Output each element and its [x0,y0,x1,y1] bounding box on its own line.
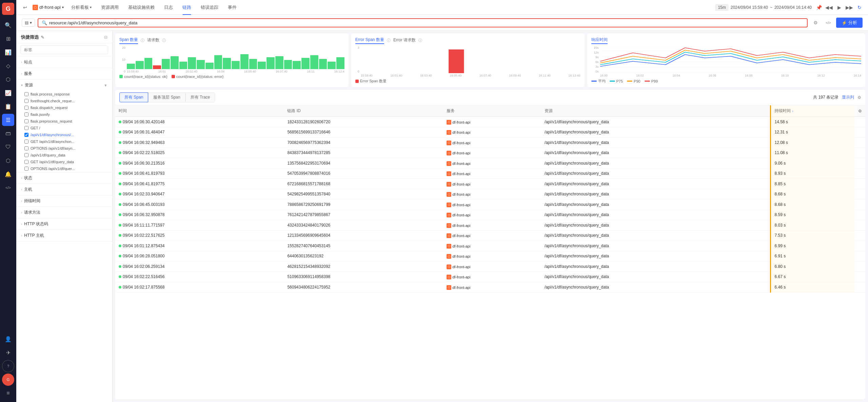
display-col-label[interactable]: 显示列 [842,94,854,100]
back-button[interactable]: ◀◀ [825,3,833,12]
filter-section-services-header[interactable]: › 服务 [16,68,112,79]
span-count-tab[interactable]: Span 数量 [119,37,138,44]
request-count-tab[interactable]: 请求数 [147,37,159,44]
error-span-info-icon[interactable]: ⓘ [387,38,391,43]
sidebar-icon-search[interactable]: 🔍 [2,19,14,31]
filter-item-forethought[interactable]: forethought.check_reque... [16,98,112,104]
request-count-info-icon[interactable]: ⓘ [162,38,166,43]
table-row[interactable]: 09/04 16:06:41.819793 547053994780887401… [115,168,865,179]
response-time-tab[interactable]: 响应时间 [591,37,608,44]
filter-section-http-host-header[interactable]: › HTTP 主机 [16,230,112,241]
sidebar-icon-list[interactable]: ☰ [2,114,14,126]
span-count-info-icon[interactable]: ⓘ [141,38,144,43]
table-row[interactable]: 09/04 16:06:41.819775 672168681557178816… [115,179,865,189]
nav-item-error[interactable]: 错误追踪 [196,0,223,15]
table-row[interactable]: 09/04 16:02:22.518025 843837344497813728… [115,148,865,158]
filter-section-http-status-header[interactable]: › HTTP 状态码 [16,218,112,230]
sidebar-icon-chart[interactable]: 📊 [2,46,14,58]
search-mode-button[interactable]: ▤ ▾ [22,19,35,27]
filter-checkbox-flask-jsonify[interactable] [24,112,28,117]
sidebar-icon-avatar[interactable]: G [2,374,14,386]
sidebar-icon-help[interactable]: ? [2,360,14,372]
filter-search-input[interactable] [20,45,108,54]
filter-checkbox-api-query[interactable] [24,153,28,157]
sidebar-icon-user[interactable]: 👤 [2,333,14,345]
nav-item-resource[interactable]: 资源调用 [96,0,123,15]
code-icon-btn[interactable]: </> [823,18,833,28]
pin-button[interactable]: 📌 [814,3,823,12]
nav-item-trace[interactable]: 链路 [178,0,196,15]
sidebar-icon-report[interactable]: 📋 [2,100,14,112]
time-range-badge[interactable]: 15m [715,4,728,11]
table-row[interactable]: 09/04 16:06:32.949463 700824656977536239… [115,137,865,148]
settings-icon-btn[interactable]: ⚙ [810,18,821,28]
filter-item-get-query[interactable]: GET /api/v1/df/query_data [16,158,112,165]
filter-collapse-icon[interactable]: ⊟ [104,35,107,40]
tab-all-span[interactable]: 所有 Span [119,92,148,102]
sidebar-icon-database[interactable]: 🗃 [2,127,14,140]
forward-button[interactable]: ▶ [835,3,844,12]
filter-edit-icon[interactable]: ✎ [41,35,44,40]
table-row[interactable]: 09/04 16:06:28.051800 6440630135623192 ⬡… [115,251,865,261]
table-row[interactable]: 09/04 16:06:32.950878 761242142787985586… [115,210,865,220]
sidebar-icon-integrations[interactable]: ⬡ [2,154,14,167]
table-row[interactable]: 09/04 16:06:30.420148 182433128190260672… [115,117,865,127]
filter-checkbox-get-query[interactable] [24,160,28,164]
filter-item-get-async[interactable]: GET /api/v1/df/asynchon... [16,138,112,145]
table-row[interactable]: 09/04 16:06:45.003193 788658672925069179… [115,199,865,210]
error-span-tab[interactable]: Error Span 数量 [355,37,384,44]
nav-item-event[interactable]: 事件 [223,0,241,15]
filter-item-get-slash[interactable]: GET / [16,125,112,131]
filter-section-request-method-header[interactable]: › 请求方法 [16,207,112,218]
filter-item-flask-process[interactable]: flask.process_response [16,91,112,98]
table-row[interactable]: 09/04 16:06:30.213516 135756842295317069… [115,158,865,169]
table-row[interactable]: 09/04 16:02:33.940647 542982549955135784… [115,189,865,199]
sidebar-icon-code[interactable]: </> [2,182,14,194]
filter-item-api-query[interactable]: /api/v1/df/query_data [16,152,112,158]
filter-item-options-async[interactable]: OPTIONS /api/v1/df/asyn... [16,145,112,152]
analyze-button[interactable]: ⚡ ⚡ 分析 分析 [836,18,863,28]
nav-item-dashboard[interactable]: 分析看板 ▾ [66,0,96,15]
table-row[interactable]: 09/04 16:02:22.517625 121334569690964560… [115,230,865,241]
duration-sort[interactable]: 持续时间 ↓ [774,108,793,114]
filter-item-options-query[interactable]: OPTIONS /api/v1/df/quer... [16,165,112,172]
tab-service-top-span[interactable]: 服务顶层 Span [148,92,185,102]
filter-checkbox-flask-dispatch[interactable] [24,106,28,110]
sidebar-icon-trending[interactable]: 📈 [2,87,14,99]
sidebar-icon-grid[interactable]: ⊞ [2,33,14,45]
tab-all-trace[interactable]: 所有 Trace [185,92,215,102]
sidebar-icon-network[interactable]: ⬡ [2,73,14,85]
filter-section-hosts-header[interactable]: › 主机 [16,184,112,195]
filter-item-flask-jsonify[interactable]: flask.jsonify [16,111,112,118]
refresh-button[interactable]: ↻ [855,3,864,12]
error-request-info-icon[interactable]: ⓘ [418,38,422,43]
fast-forward-button[interactable]: ▶▶ [845,3,854,12]
sidebar-icon-alert[interactable]: 🔔 [2,168,14,180]
table-row[interactable]: 09/04 16:02:06.259134 462815215434893209… [115,261,865,272]
table-row[interactable]: 09/04 16:11:11.771597 432433342484017902… [115,220,865,231]
filter-section-status-header[interactable]: › 状态 [16,172,112,184]
app-logo[interactable]: G [2,3,14,15]
table-row[interactable]: 09/04 16:01:12.875434 155282740764045314… [115,241,865,251]
filter-item-api-async[interactable]: /api/v1/df/asynchronous/... [16,131,112,138]
filter-checkbox-flask-process[interactable] [24,92,28,96]
resources-filter-icon[interactable]: ▼ [104,83,107,87]
filter-checkbox-forethought[interactable] [24,99,28,103]
filter-checkbox-get-slash[interactable] [24,126,28,130]
table-row[interactable]: 09/04 16:02:17.875568 560943480622417595… [115,282,865,293]
filter-section-resources-header[interactable]: ▾ 资源 ▼ [16,80,112,91]
col-header-duration[interactable]: 持续时间 ↓ [771,105,855,117]
filter-item-flask-dispatch[interactable]: flask.dispatch_request [16,104,112,111]
table-settings-icon[interactable]: ⚙ [857,95,861,100]
app-switcher[interactable]: ⬡ df-front-api ▾ [30,3,66,12]
filter-checkbox-options-query[interactable] [24,167,28,171]
filter-section-sites-header[interactable]: › 站点 [16,57,112,68]
undo-button[interactable]: ↩ [20,3,30,12]
filter-checkbox-options-async[interactable] [24,146,28,150]
table-row[interactable]: 09/04 16:06:31.484047 568561569913371664… [115,127,865,137]
sidebar-icon-shield[interactable]: 🛡 [2,141,14,153]
error-request-tab[interactable]: Error 请求数 [393,37,416,44]
nav-item-infra[interactable]: 基础设施依赖 [123,0,159,15]
table-row[interactable]: 09/04 16:02:22.516456 510963306911495839… [115,272,865,282]
filter-checkbox-get-async[interactable] [24,140,28,144]
